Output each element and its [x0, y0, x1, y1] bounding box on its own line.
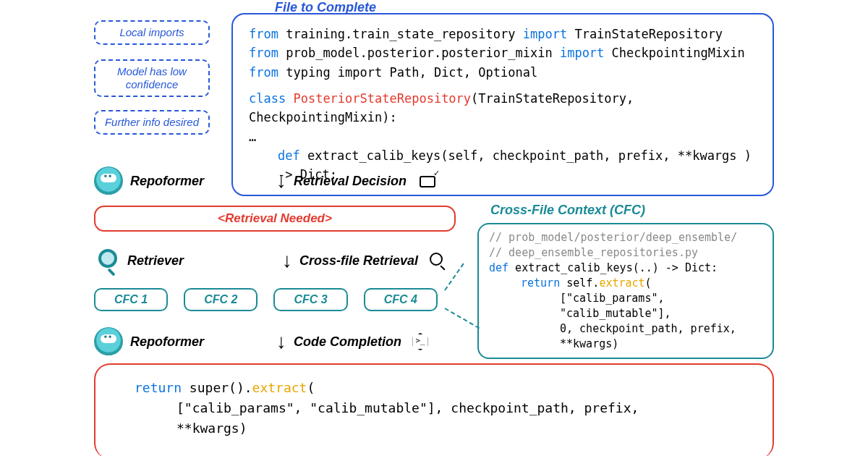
cfc-row: CFC 1 CFC 2 CFC 3 CFC 4: [94, 288, 438, 311]
code-line-2: from prob_model.posterior.posterior_mixi…: [249, 43, 757, 62]
decision-icon: [417, 173, 438, 189]
step-retrieval-decision: Repoformer ↓ Retrieval Decision: [94, 166, 774, 195]
cfc-3: CFC 3: [273, 288, 347, 311]
cfc-4: CFC 4: [364, 288, 438, 311]
robot-icon: [94, 166, 123, 195]
retrieval-decision-label: Retrieval Decision: [294, 174, 407, 189]
retriever-label: Retriever: [127, 253, 184, 269]
step-code-completion: Repoformer ↓ Code Completion: [94, 327, 774, 356]
robot-icon: [94, 327, 123, 356]
search-icon: [428, 251, 447, 270]
completion-line-1: return super().extract(: [117, 378, 751, 398]
completion-line-3: **kwargs): [117, 418, 751, 439]
code-line-dots: …: [249, 127, 757, 146]
arrow-down-icon: ↓: [276, 169, 286, 193]
repoformer-label: Repoformer: [130, 174, 204, 189]
code-completion-label: Code Completion: [294, 334, 401, 350]
cfc-arg-1: ["calib_params", "calib_mutable"],: [489, 291, 762, 321]
retrieval-needed-banner: <Retrieval Needed>: [94, 206, 456, 232]
cfc-1: CFC 1: [94, 288, 168, 311]
cfc-def-line: def extract_calib_keys(..) -> Dict:: [489, 261, 762, 276]
code-line-class: class PosteriorStateRepository(TrainStat…: [249, 89, 757, 127]
cfc-2: CFC 2: [184, 288, 258, 311]
terminal-icon: [412, 333, 429, 350]
repoformer-label-2: Repoformer: [130, 334, 204, 350]
retriever-icon: [94, 248, 120, 274]
code-line-1: from training.train_state_repository imp…: [249, 25, 757, 43]
note-further-info: Further info desired: [94, 110, 210, 135]
cfc-return-line: return self.extract(: [489, 276, 762, 291]
cfc-title: Cross-File Context (CFC): [490, 203, 645, 218]
crossfile-retrieval-label: Cross-file Retrieval: [299, 253, 418, 269]
completion-box: return super().extract( ["calib_params",…: [94, 363, 774, 456]
cfc-path-2: // deep_ensemble_repositories.py: [489, 245, 762, 261]
cfc-path-1: // prob_model/posterior/deep_ensemble/: [489, 230, 762, 245]
note-local-imports: Local imports: [94, 20, 210, 45]
completion-line-2: ["calib_params", "calib_mutable"], check…: [117, 398, 751, 418]
arrow-down-icon: ↓: [282, 249, 292, 272]
arrow-down-icon: ↓: [276, 330, 286, 353]
note-low-confidence: Model has low confidence: [94, 59, 210, 97]
code-line-3: from typing import Path, Dict, Optional: [249, 63, 757, 82]
